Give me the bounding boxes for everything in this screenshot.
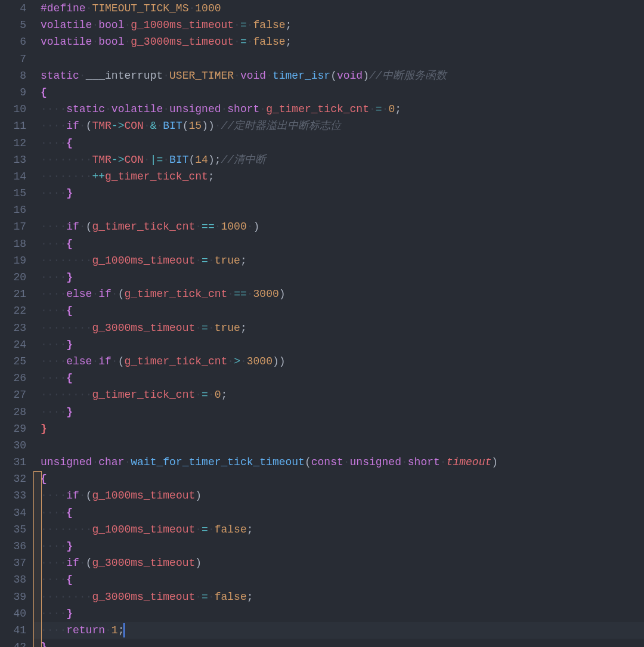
token-op: & (150, 120, 157, 132)
token-ws: ···· (41, 406, 66, 418)
token-ws: · (79, 120, 86, 132)
code-line[interactable]: } (41, 420, 644, 437)
line-number: 36 (4, 538, 26, 555)
code-line[interactable]: ····if·(g_3000ms_timeout) (41, 555, 644, 571)
code-line[interactable]: ····} (41, 336, 644, 353)
code-line[interactable]: { (41, 470, 644, 487)
token-text: ; (247, 524, 253, 535)
token-ws: · (124, 456, 131, 468)
code-line[interactable]: volatile·bool·g_1000ms_timeout·=·false; (41, 17, 644, 33)
token-paren: ) (279, 355, 286, 367)
line-number: 17 (4, 218, 26, 235)
line-number: 31 (4, 454, 26, 470)
code-line[interactable]: ····} (41, 605, 644, 622)
code-line[interactable]: { (41, 84, 644, 101)
token-fn: BIT (163, 120, 182, 132)
code-line[interactable]: ····else·if·(g_timer_tick_cnt·==·3000) (41, 286, 644, 302)
token-num: 3000 (253, 288, 279, 300)
token-num: 1000 (195, 2, 221, 14)
token-ws: · (92, 456, 98, 468)
token-ws: · (234, 19, 240, 31)
code-line[interactable]: ········g_3000ms_timeout·=·false; (41, 589, 644, 605)
code-line[interactable]: ····static·volatile·unsigned·short·g_tim… (41, 101, 644, 117)
code-line[interactable]: ····if·(g_timer_tick_cnt·==·1000·) (41, 218, 644, 235)
code-line[interactable]: ········TMR->CON·|=·BIT(14);//清中断 (41, 151, 644, 168)
token-type: volatile (41, 36, 92, 48)
token-text: ; (215, 154, 221, 166)
token-ws: · (234, 70, 240, 82)
token-num: 1 (112, 624, 118, 636)
token-text: ; (240, 322, 247, 334)
token-fn: timer_isr (273, 70, 330, 82)
code-line[interactable]: ········g_timer_tick_cnt·=·0; (41, 386, 644, 403)
token-brace: } (41, 641, 47, 647)
token-ws: · (247, 36, 253, 48)
token-text: ; (240, 255, 247, 267)
code-line[interactable]: ········g_1000ms_timeout·=·false; (41, 521, 644, 538)
token-ws: · (195, 255, 202, 267)
token-ws: ···· (41, 137, 66, 149)
token-op: -> (112, 120, 125, 132)
code-line[interactable]: ····} (41, 404, 644, 420)
code-line[interactable]: ········g_1000ms_timeout·=·true; (41, 252, 644, 269)
code-line[interactable] (41, 51, 644, 67)
token-var: g_timer_tick_cnt (105, 171, 208, 182)
code-line[interactable]: ····{ (41, 504, 644, 521)
token-type: volatile (112, 103, 163, 115)
code-line[interactable]: ····} (41, 538, 644, 555)
token-kw: return (66, 624, 105, 636)
code-line[interactable]: ········++g_timer_tick_cnt; (41, 168, 644, 185)
token-type: volatile (41, 19, 92, 31)
token-kw: static (66, 103, 105, 115)
code-line[interactable] (41, 437, 644, 454)
token-type: unsigned (350, 456, 401, 468)
line-number: 6 (4, 33, 26, 50)
code-line[interactable]: ····else·if·(g_timer_tick_cnt·>·3000)) (41, 353, 644, 370)
line-number: 16 (4, 202, 26, 218)
code-line[interactable]: ····{ (41, 370, 644, 386)
code-line[interactable]: ····if·(TMR->CON·&·BIT(15))·//定时器溢出中断标志位 (41, 117, 644, 134)
line-number: 4 (4, 0, 26, 17)
token-ws: ···· (41, 288, 66, 300)
token-type: char (98, 456, 124, 468)
code-line[interactable]: ····{ (41, 571, 644, 588)
code-area[interactable]: #define·TIMEOUT_TICK_MS·1000volatile·boo… (33, 0, 644, 647)
token-op: == (234, 288, 247, 300)
code-line[interactable]: ····if·(g_1000ms_timeout) (41, 487, 644, 504)
code-line[interactable]: ····} (41, 269, 644, 286)
code-editor[interactable]: 4567891011121314151617181920212223242526… (0, 0, 644, 647)
code-line[interactable]: volatile·bool·g_3000ms_timeout·=·false; (41, 33, 644, 50)
token-var: CON (124, 154, 143, 166)
token-op: = (240, 19, 247, 31)
code-line[interactable]: ····{ (41, 135, 644, 151)
code-line[interactable]: ········g_3000ms_timeout·=·true; (41, 320, 644, 336)
token-paren: ) (195, 557, 202, 569)
token-op: = (240, 36, 247, 48)
code-line[interactable]: unsigned·char·wait_for_timer_tick_timeou… (41, 454, 644, 470)
code-line[interactable]: } (41, 639, 644, 647)
token-var: g_3000ms_timeout (92, 591, 195, 603)
token-ws: · (195, 322, 202, 334)
token-ws: ···· (41, 574, 66, 586)
token-ws: · (124, 36, 131, 48)
token-paren: ) (363, 70, 369, 82)
code-line[interactable]: ····{ (41, 236, 644, 252)
line-number: 22 (4, 302, 26, 319)
token-brace: } (66, 271, 73, 283)
token-num: 3000 (247, 355, 273, 367)
token-ws: · (240, 355, 247, 367)
token-ws: · (124, 19, 131, 31)
code-line[interactable]: ····{ (41, 302, 644, 319)
token-ws: · (195, 221, 202, 233)
code-line[interactable]: static·___interrupt·USER_TIMER·void·time… (41, 67, 644, 84)
code-line[interactable] (41, 202, 644, 218)
token-ws: · (227, 288, 234, 300)
code-line[interactable]: ····return·1; (41, 622, 644, 639)
token-op: == (202, 221, 215, 233)
code-line[interactable]: #define·TIMEOUT_TICK_MS·1000 (41, 0, 644, 17)
code-line[interactable]: ····} (41, 185, 644, 202)
token-type: unsigned (169, 103, 221, 115)
line-number: 35 (4, 521, 26, 538)
line-number: 19 (4, 252, 26, 269)
token-paren: ( (118, 288, 125, 300)
